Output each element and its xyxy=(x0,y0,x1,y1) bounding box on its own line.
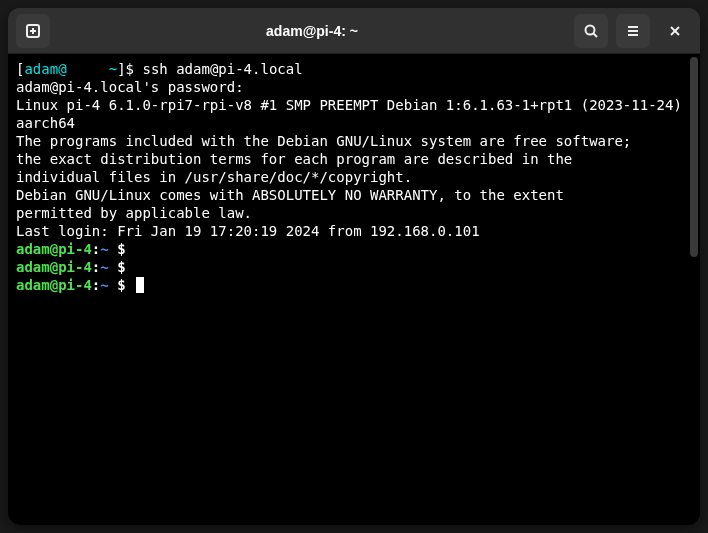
search-icon xyxy=(583,23,599,39)
prompt-line: adam@pi-4:~ $ xyxy=(16,258,680,276)
terminal-line: adam@pi-4.local's password: xyxy=(16,78,680,96)
terminal-line: the exact distribution terms for each pr… xyxy=(16,150,680,168)
scrollbar[interactable] xyxy=(688,54,700,525)
menu-button[interactable] xyxy=(616,14,650,48)
cursor xyxy=(136,277,144,293)
plus-box-icon xyxy=(25,23,41,39)
new-tab-button[interactable] xyxy=(16,14,50,48)
svg-point-3 xyxy=(586,25,595,34)
svg-line-4 xyxy=(594,33,598,37)
titlebar: adam@pi-4: ~ xyxy=(8,8,700,54)
prompt-line: adam@pi-4:~ $ xyxy=(16,240,680,258)
hamburger-icon xyxy=(625,23,641,39)
terminal-line: individual files in /usr/share/doc/*/cop… xyxy=(16,168,680,186)
terminal-line: Debian GNU/Linux comes with ABSOLUTELY N… xyxy=(16,186,680,204)
terminal-line: permitted by applicable law. xyxy=(16,204,680,222)
terminal-line: Linux pi-4 6.1.0-rpi7-rpi-v8 #1 SMP PREE… xyxy=(16,96,680,114)
prompt-line: adam@pi-4:~ $ xyxy=(16,276,680,294)
scrollbar-thumb[interactable] xyxy=(690,57,698,257)
terminal-line: [adam@ ~]$ ssh adam@pi-4.local xyxy=(16,60,680,78)
terminal-content[interactable]: [adam@ ~]$ ssh adam@pi-4.localadam@pi-4.… xyxy=(8,54,688,525)
search-button[interactable] xyxy=(574,14,608,48)
terminal-line: Last login: Fri Jan 19 17:20:19 2024 fro… xyxy=(16,222,680,240)
window-title: adam@pi-4: ~ xyxy=(58,23,566,39)
close-icon xyxy=(668,24,682,38)
terminal-line: The programs included with the Debian GN… xyxy=(16,132,680,150)
terminal-line: aarch64 xyxy=(16,114,680,132)
terminal-area: [adam@ ~]$ ssh adam@pi-4.localadam@pi-4.… xyxy=(8,54,700,525)
close-button[interactable] xyxy=(658,14,692,48)
terminal-window: adam@pi-4: ~ xyxy=(8,8,700,525)
